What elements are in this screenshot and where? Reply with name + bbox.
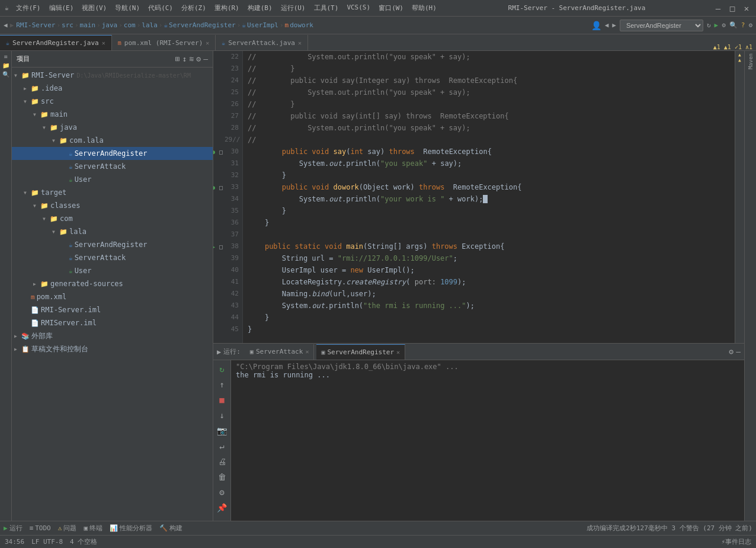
- breadcrumb-class[interactable]: ServerAndRegister: [169, 21, 236, 29]
- print-button[interactable]: 🖨: [216, 455, 229, 468]
- breadcrumb-main[interactable]: main: [80, 21, 96, 29]
- breadcrumb-method[interactable]: dowork: [290, 21, 313, 29]
- refresh-icon[interactable]: ↻: [707, 21, 711, 29]
- nav-arrow-left[interactable]: ◀: [605, 21, 609, 29]
- scroll-down-button[interactable]: ↓: [216, 409, 229, 422]
- rerun-button[interactable]: ↻: [216, 363, 229, 376]
- tree-item-comlala[interactable]: ▼ 📁 com.lala: [12, 134, 213, 147]
- tab-server-attack[interactable]: ☕ ServerAttack.java ✕: [216, 35, 308, 50]
- breadcrumb-com[interactable]: com: [124, 21, 136, 29]
- problems-action[interactable]: ⚠ 问题: [58, 524, 77, 533]
- menu-file[interactable]: 文件(F): [12, 2, 44, 14]
- back-button[interactable]: ◀: [4, 21, 8, 29]
- panel-sort-icon[interactable]: ↕: [182, 55, 187, 63]
- tree-item-scratch[interactable]: ▶ 📋 草稿文件和控制台: [12, 342, 213, 355]
- maven-icon[interactable]: Maven: [748, 53, 754, 69]
- maximize-button[interactable]: □: [728, 4, 737, 13]
- code-content[interactable]: // System.out.println("you speak" + say)…: [243, 51, 735, 343]
- minimize-button[interactable]: —: [713, 4, 723, 13]
- tree-item-user[interactable]: ☕ User: [12, 173, 213, 186]
- run-minimize-icon[interactable]: —: [736, 347, 741, 356]
- tree-item-src[interactable]: ▼ 📁 src: [12, 95, 213, 108]
- tree-item-sa-class[interactable]: ☕ ServerAttack: [12, 251, 213, 264]
- settings2-icon[interactable]: ⚙: [748, 21, 752, 29]
- tool-strip-icon2[interactable]: 📁: [1, 62, 11, 69]
- debug-icon[interactable]: ▶: [715, 21, 719, 29]
- menu-help[interactable]: 帮助(H): [408, 2, 440, 14]
- tree-item-user-class[interactable]: ☕ User: [12, 264, 213, 277]
- tool-strip-icon3[interactable]: 🔍: [1, 71, 11, 78]
- tree-item-pom[interactable]: m pom.xml: [12, 290, 213, 303]
- menu-refactor[interactable]: 重构(R): [211, 2, 243, 14]
- status-encoding[interactable]: LF UTF-8: [31, 538, 63, 546]
- tree-item-serverattack[interactable]: ☕ ServerAttack: [12, 160, 213, 173]
- clear-button[interactable]: 🗑: [216, 470, 229, 483]
- tree-item-java[interactable]: ▼ 📁 java: [12, 121, 213, 134]
- tab-server-register[interactable]: ☕ ServerAndRegister.java ✕: [0, 35, 112, 50]
- tree-item-external-libs[interactable]: ▶ 📚 外部库: [12, 329, 213, 342]
- code-editor[interactable]: 22 23 24 25 26 27 28 29// ●□30 31 32 ●□3…: [213, 51, 744, 343]
- panel-filter-icon[interactable]: ≋: [190, 55, 194, 63]
- panel-settings-icon[interactable]: ⚙: [196, 55, 201, 63]
- tree-item-target[interactable]: ▼ 📁 target: [12, 186, 213, 199]
- menu-run[interactable]: 运行(U): [277, 2, 309, 14]
- status-indent[interactable]: 4 个空格: [70, 537, 97, 546]
- tab-close-3[interactable]: ✕: [298, 40, 302, 46]
- menu-build[interactable]: 构建(B): [244, 2, 276, 14]
- tree-item-rmi-server[interactable]: ▼ 📁 RMI-Server D:\Java\RMIDeserialize-ma…: [12, 69, 213, 82]
- tree-item-sar-class[interactable]: ☕ ServerAndRegister: [12, 238, 213, 251]
- build-action[interactable]: 🔨 构建: [159, 524, 182, 533]
- menu-code[interactable]: 代码(C): [145, 2, 177, 14]
- close-button[interactable]: ✕: [742, 4, 751, 13]
- breadcrumb-impl[interactable]: UserImpl: [247, 21, 278, 29]
- menu-vcs[interactable]: VCS(S): [343, 2, 374, 14]
- run-settings-icon[interactable]: ⚙: [729, 347, 733, 356]
- menu-analyze[interactable]: 分析(Z): [178, 2, 210, 14]
- menu-nav[interactable]: 导航(N): [111, 2, 143, 14]
- stop-button[interactable]: ■: [216, 393, 229, 406]
- tree-item-classes[interactable]: ▼ 📁 classes: [12, 199, 213, 212]
- panel-layout-icon[interactable]: ⊞: [175, 55, 180, 63]
- pin-button[interactable]: 📌: [216, 501, 229, 514]
- panel-minimize-icon[interactable]: —: [203, 55, 208, 63]
- tree-item-main[interactable]: ▼ 📁 main: [12, 108, 213, 121]
- tree-item-idea[interactable]: ▶ 📁 .idea: [12, 82, 213, 95]
- tab-close-1[interactable]: ✕: [102, 40, 105, 46]
- profiler-action[interactable]: 📊 性能分析器: [110, 524, 152, 533]
- breadcrumb-src[interactable]: src: [62, 21, 73, 29]
- breadcrumb-java[interactable]: java: [102, 21, 118, 29]
- nav-arrow-right[interactable]: ▶: [612, 21, 616, 29]
- run-tab-serverregister[interactable]: ▣ ServerAndRegister ✕: [316, 344, 405, 360]
- menu-view[interactable]: 视图(V): [78, 2, 110, 14]
- tool-strip-icon1[interactable]: ≡: [1, 53, 11, 60]
- run-tab-close-sar[interactable]: ✕: [396, 349, 400, 355]
- tree-item-com[interactable]: ▼ 📁 com: [12, 212, 213, 225]
- terminal-action[interactable]: ▣ 终端: [84, 524, 102, 533]
- search-icon[interactable]: 🔍: [729, 21, 738, 29]
- user-icon[interactable]: 👤: [591, 21, 601, 30]
- tree-item-rmiserver-iml[interactable]: 📄 RMIServer.iml: [12, 316, 213, 329]
- menu-edit[interactable]: 编辑(E): [46, 2, 78, 14]
- menu-tools[interactable]: 工具(T): [310, 2, 342, 14]
- breadcrumb-lala[interactable]: lala: [142, 21, 158, 29]
- camera-button[interactable]: 📷: [216, 424, 229, 437]
- wrap-button[interactable]: ↵: [216, 440, 229, 453]
- help-icon[interactable]: ?: [741, 21, 745, 29]
- server-select[interactable]: ServerAndRegister ServerAttack: [620, 20, 703, 31]
- run-settings2-button[interactable]: ⚙: [216, 486, 229, 499]
- run-tab-close-sa[interactable]: ✕: [305, 348, 309, 355]
- menu-bar[interactable]: 文件(F) 编辑(E) 视图(V) 导航(N) 代码(C) 分析(Z) 重构(R…: [12, 2, 440, 14]
- settings-icon[interactable]: ⚙: [722, 21, 726, 29]
- tab-pom[interactable]: m pom.xml (RMI-Server) ✕: [112, 35, 216, 50]
- run-action[interactable]: ▶ 运行: [4, 524, 23, 533]
- status-position[interactable]: 34:56: [5, 538, 24, 546]
- window-controls[interactable]: — □ ✕: [713, 4, 751, 13]
- status-events[interactable]: ⚡事件日志: [721, 537, 751, 546]
- tree-item-rmi-iml[interactable]: 📄 RMI-Server.iml: [12, 303, 213, 316]
- tree-item-generated[interactable]: ▶ 📁 generated-sources: [12, 277, 213, 290]
- tree-item-serverandregister[interactable]: ☕ ServerAndRegister: [12, 147, 213, 160]
- tree-item-lala[interactable]: ▼ 📁 lala: [12, 225, 213, 238]
- todo-action[interactable]: ≡ TODO: [30, 524, 51, 532]
- run-tab-serverattack[interactable]: ▣ ServerAttack ✕: [245, 344, 315, 360]
- menu-window[interactable]: 窗口(W): [375, 2, 407, 14]
